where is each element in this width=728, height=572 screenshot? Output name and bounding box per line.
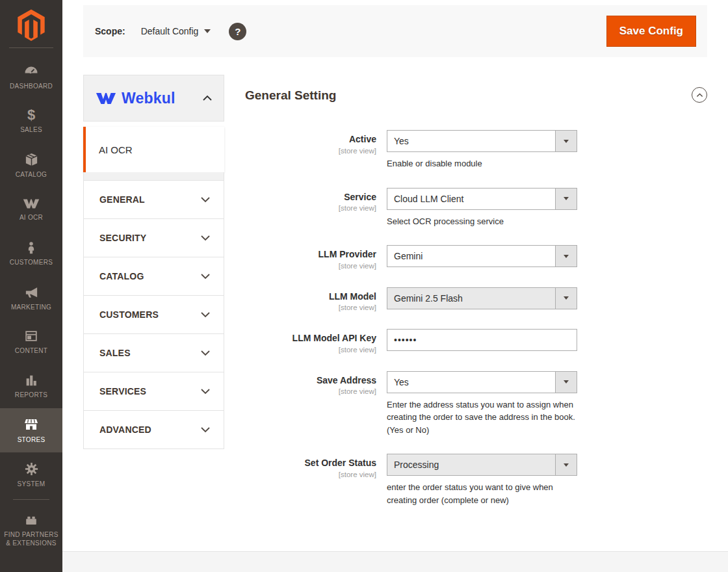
chevron-down-icon — [200, 311, 211, 318]
sidebar-item-system[interactable]: SYSTEM — [0, 452, 62, 497]
chevron-down-icon — [200, 388, 211, 395]
sidebar-item-stores[interactable]: STORES — [0, 408, 62, 452]
sidebar-item-label: MARKETING — [11, 303, 51, 311]
field-comment: Enter the address status you want to ass… — [387, 398, 577, 437]
field-label: Save Address — [245, 375, 376, 387]
service-select[interactable]: Cloud LLM Client — [387, 188, 577, 210]
customers-icon — [24, 240, 38, 255]
field-comment: Enable or disable module — [387, 157, 577, 170]
reports-icon — [24, 373, 38, 387]
field-label: LLM Provider — [245, 249, 376, 261]
page-footer — [62, 551, 728, 572]
chevron-down-icon — [200, 350, 211, 356]
sidebar-item-label: DASHBOARD — [10, 82, 53, 90]
llm-model-select[interactable]: Gemini 2.5 Flash — [387, 287, 577, 309]
active-module-label: AI OCR — [99, 144, 133, 155]
chevron-down-icon — [200, 426, 211, 433]
section-label: SECURITY — [99, 233, 146, 243]
magento-admin-config-page: DASHBOARD $ SALES CATALOG AI OCR — [0, 0, 728, 572]
save-address-select[interactable]: Yes — [387, 371, 577, 393]
llm-provider-select[interactable]: Gemini — [387, 245, 577, 267]
chevron-down-icon — [200, 235, 211, 241]
field-scope: [store view] — [245, 387, 376, 395]
config-section-advanced[interactable]: ADVANCED — [83, 411, 224, 449]
sidebar-item-marketing[interactable]: MARKETING — [0, 276, 62, 320]
sidebar-item-dashboard[interactable]: DASHBOARD — [0, 55, 62, 99]
scope-value: Default Config — [141, 26, 199, 36]
field-label: Set Order Status — [245, 458, 376, 469]
field-comment: Select OCR processing service — [387, 215, 577, 228]
select-value: Gemini — [394, 251, 422, 261]
sidebar-item-label: STORES — [18, 436, 46, 444]
field-service: Service [store view] Cloud LLM Client Se… — [245, 188, 707, 228]
sales-icon: $ — [27, 108, 35, 122]
sidebar-item-find-partners-extensions[interactable]: FIND PARTNERS & EXTENSIONS — [0, 504, 62, 556]
active-select[interactable]: Yes — [387, 130, 577, 152]
scope-label: Scope: — [95, 26, 125, 36]
chevron-up-icon — [202, 95, 213, 101]
sidebar-item-customers[interactable]: CUSTOMERS — [0, 231, 62, 276]
sidebar-divider — [9, 47, 53, 48]
section-label: SALES — [99, 348, 131, 358]
stores-icon — [23, 417, 39, 432]
sidebar-item-label: FIND PARTNERS & EXTENSIONS — [3, 530, 59, 547]
section-label: CATALOG — [99, 271, 144, 281]
general-setting-form: General Setting Active [store view] Yes … — [245, 84, 707, 524]
select-value: Yes — [394, 377, 409, 387]
sidebar-item-content[interactable]: CONTENT — [0, 320, 62, 364]
chevron-down-icon — [200, 273, 211, 280]
section-label: SERVICES — [99, 386, 146, 396]
select-value: Cloud LLM Client — [394, 194, 463, 204]
collapse-section-button[interactable] — [692, 87, 707, 103]
field-scope: [store view] — [245, 262, 376, 270]
select-arrow-icon — [555, 372, 577, 393]
sidebar-item-label: SALES — [20, 125, 42, 134]
set-order-status-select[interactable]: Processing — [387, 454, 577, 476]
field-label: Active — [245, 134, 376, 146]
field-scope: [store view] — [245, 304, 376, 311]
sidebar-item-label: CONTENT — [15, 346, 47, 355]
admin-sidebar: DASHBOARD $ SALES CATALOG AI OCR — [0, 0, 62, 572]
magento-logo-icon[interactable] — [14, 7, 49, 42]
config-section-services[interactable]: SERVICES — [83, 372, 224, 411]
select-value: Processing — [394, 460, 439, 470]
webkul-w-icon — [96, 91, 116, 106]
sidebar-item-sales[interactable]: $ SALES — [0, 99, 62, 143]
webkul-logo: Webkul — [96, 90, 176, 107]
config-nav-spacer — [83, 172, 224, 180]
sidebar-divider — [13, 499, 49, 500]
config-section-sales[interactable]: SALES — [83, 334, 224, 372]
config-section-customers[interactable]: CUSTOMERS — [83, 296, 224, 334]
sidebar-item-label: SYSTEM — [18, 480, 46, 488]
scope-switcher[interactable]: Default Config — [141, 26, 211, 36]
field-comment: enter the order status you want to give … — [387, 481, 577, 506]
select-arrow-icon — [555, 454, 577, 475]
webkul-panel-header[interactable]: Webkul — [83, 75, 224, 122]
config-section-security[interactable]: SECURITY — [83, 219, 224, 257]
select-arrow-icon — [555, 246, 577, 266]
field-scope: [store view] — [245, 147, 376, 155]
section-label: ADVANCED — [99, 424, 151, 435]
field-label: LLM Model — [245, 291, 376, 303]
config-section-general[interactable]: GENERAL — [83, 181, 224, 219]
field-active: Active [store view] Yes Enable or disabl… — [245, 130, 707, 170]
sidebar-item-ai-ocr[interactable]: AI OCR — [0, 187, 62, 231]
sidebar-item-catalog[interactable]: CATALOG — [0, 143, 62, 187]
section-label: CUSTOMERS — [99, 309, 159, 320]
help-icon[interactable]: ? — [229, 23, 246, 40]
save-config-button[interactable]: Save Config — [606, 16, 696, 47]
api-key-input[interactable] — [387, 329, 577, 351]
sidebar-item-label: AI OCR — [20, 213, 43, 222]
scope-bar: Scope: Default Config ? Save Config — [83, 5, 707, 57]
field-scope: [store view] — [245, 204, 376, 212]
page-title: General Setting — [245, 84, 336, 103]
webkul-brand-text: Webkul — [122, 90, 176, 107]
config-section-catalog[interactable]: CATALOG — [83, 257, 224, 296]
field-label: LLM Model API Key — [245, 333, 376, 344]
config-section-list: GENERAL SECURITY CATALOG CUSTOMERS SALES… — [83, 180, 224, 449]
field-scope: [store view] — [245, 471, 376, 478]
system-icon — [24, 462, 39, 476]
marketing-icon — [24, 285, 39, 300]
config-nav-item-ai-ocr[interactable]: AI OCR — [83, 127, 224, 172]
sidebar-item-reports[interactable]: REPORTS — [0, 364, 62, 408]
